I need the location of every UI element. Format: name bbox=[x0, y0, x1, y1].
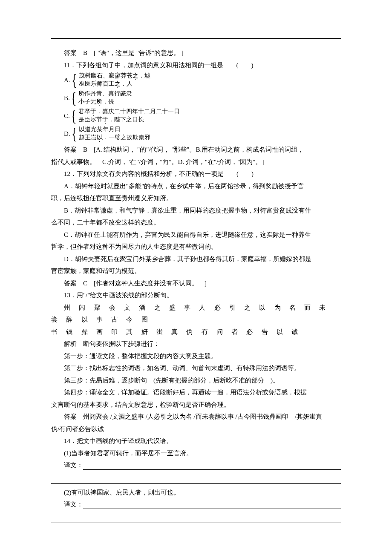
question-14: 14．把文中画线的句子译成现代汉语。 bbox=[51, 435, 341, 447]
option-12-A-2: 职，后连续担任官职直至贵州遵义府知府。 bbox=[51, 192, 341, 204]
option-12-B-2: 么不同，二十年都不改变这样的态度。 bbox=[51, 216, 341, 229]
option-11-C: C. { 君卒于．嘉庆二十四年十二月二十一日 是臣尽节于．陛下之日长 bbox=[51, 108, 341, 124]
option-label: B. bbox=[51, 92, 70, 104]
step-2: 第二步：找出标志性的词语，如名词、动词、句首句末虚词、有特殊用法的词语等。 bbox=[51, 362, 341, 374]
option-line: 小子无所．畏 bbox=[78, 98, 132, 106]
top-rule bbox=[51, 38, 341, 39]
q13-body-1: 州 闾 聚 会 文 酒 之 盛 事 人 必 引 之 以 为 名 而 未 尝 辞 … bbox=[51, 302, 341, 326]
step-1: 第一步：通读文段，整体把握文段的内容大意及主题。 bbox=[51, 350, 341, 362]
option-12-A-1: A．胡钟年轻时就显出"多能"的特点，在乡试中举，后在两馆抄录，得到奖励被授予官 bbox=[51, 180, 341, 193]
option-11-D: D. { 以道光某年月日 赵王岂以．一璧之故欺秦邪 bbox=[51, 126, 341, 142]
option-line: 茂树幽石、寂寥莽苍之．墟 bbox=[79, 72, 150, 80]
translation-row-1: 译文： bbox=[51, 459, 341, 472]
q14-sub2: (2)有可以裨国家、庇民人者，则出可也。 bbox=[51, 486, 341, 499]
q14-sub1: (1)当事者知君署可辄行，而平居不一至官府。 bbox=[51, 447, 341, 460]
answer-12: 答案 C [作者对这种人生态度并没有不认同。 ] bbox=[51, 277, 341, 290]
option-label: D. bbox=[51, 128, 70, 140]
brace-icon: { bbox=[71, 108, 77, 124]
translation-label: 译文： bbox=[51, 459, 83, 472]
step-3: 第三步：先易后难，逐步断句 (先断有把握的部分，后断吃不准的部分 )。 bbox=[51, 374, 341, 387]
step-4a: 第四步：诵读全文，详加验证。语段断好后，再通读一遍，用语法分析或凭语感，根据 bbox=[51, 386, 341, 399]
option-12-B-1: B．胡钟非常谦虚，和气宁静，寡欲庄重，用同样的态度把握事物，对待富贵贫贱没有什 bbox=[51, 204, 341, 217]
question-11: 11．下列各组句子中，加点词的意义和用法相同的一组是 ( ) bbox=[51, 59, 341, 72]
answer-blank[interactable] bbox=[83, 462, 341, 470]
brace-icon: { bbox=[71, 126, 77, 142]
analysis-label: 解析 断句要依据以下步骤进行： bbox=[51, 338, 341, 350]
option-label: C. bbox=[51, 110, 70, 122]
translation-label: 译文： bbox=[51, 498, 83, 511]
option-line: 所作丹青、真行篆隶 bbox=[78, 90, 132, 98]
answer-10: 答案 B [ "语"，这里是 "告诉"的意思。 ] bbox=[51, 47, 341, 59]
option-12-D-1: D．胡钟夫妻死后在聚宝门外某乡合葬，其子孙也都各得其所，家庭幸福，所婚嫁的都是 bbox=[51, 253, 341, 265]
answer-blank-line[interactable] bbox=[51, 476, 341, 484]
option-label: A. bbox=[51, 74, 70, 86]
option-line: 君卒于．嘉庆二十四年十二月二十一日 bbox=[78, 108, 180, 116]
option-line: 以道光某年月日 bbox=[79, 126, 150, 134]
option-line: 巫医乐师百工之．人 bbox=[79, 80, 150, 88]
question-12: 12．下列对原文有关内容的概括和分析，不正确的一项是 ( ) bbox=[51, 168, 341, 180]
option-12-C-2: 哲学，但作者对这种不为国尽力的人生态度是有些微词的。 bbox=[51, 241, 341, 253]
translation-row-2: 译文： bbox=[51, 498, 341, 511]
answer-11-line2: 指代人或事物。 C.介词，"在"/介词，"向"。D. 介词，"在"/介词，"因为… bbox=[51, 156, 341, 168]
option-11-B: B. { 所作丹青、真行篆隶 小子无所．畏 bbox=[51, 90, 341, 106]
step-4b: 文言断句的基本要求，结合文段意思，检验断句是否正确合理。 bbox=[51, 399, 341, 411]
answer-11-line1: 答案 B [A. 结构助词， "的"/代词， "那些"。B.用在动词之前，构成名… bbox=[51, 144, 341, 156]
option-12-C-1: C．胡钟在任上能有所作为，弃官为民又能自得自乐，进退随缘任意，这实际是一种养生 bbox=[51, 229, 341, 241]
q13-body-2: 书 钱 鼎 画 印 其 妍 蚩 真 伪 有 问 者 必 告 以 诚 bbox=[51, 326, 341, 338]
brace-icon: { bbox=[71, 72, 77, 88]
option-12-D-2: 官宦家族，家庭和谐可为模范。 bbox=[51, 265, 341, 277]
option-11-A: A. { 茂树幽石、寂寥莽苍之．墟 巫医乐师百工之．人 bbox=[51, 72, 341, 88]
answer-13-b: 伪/有问者必告以诚 bbox=[51, 423, 341, 435]
answer-13-a: 答案 州闾聚会 /文酒之盛事 /人必引之以为名 /而未尝辞以事 /古今图书钱鼎画… bbox=[51, 411, 341, 423]
option-line: 赵王岂以．一璧之故欺秦邪 bbox=[79, 134, 150, 142]
brace-icon: { bbox=[71, 90, 77, 106]
question-13: 13．用"/"给文中画波浪线的部分断句。 bbox=[51, 289, 341, 302]
answer-blank-line[interactable] bbox=[51, 515, 341, 523]
answer-blank[interactable] bbox=[83, 501, 341, 509]
